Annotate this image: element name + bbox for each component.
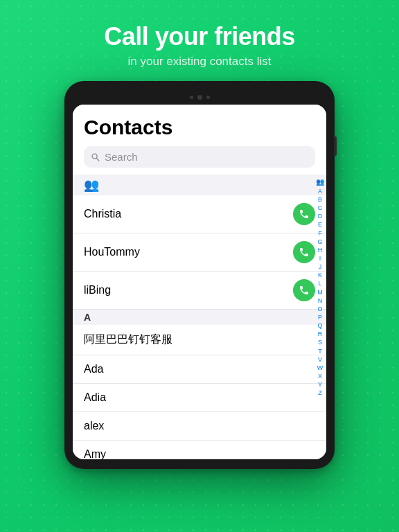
alpha-index-d[interactable]: D — [318, 212, 323, 220]
starred-section-header: 👥 — [73, 175, 326, 195]
alpha-index-w[interactable]: W — [317, 364, 323, 372]
alpha-index-n[interactable]: N — [318, 296, 323, 305]
call-button-christia[interactable] — [293, 203, 315, 225]
alphabet-index[interactable]: 👥 A B C D E F G H I J K L M N — [314, 175, 326, 459]
contact-name: Adia — [84, 391, 315, 404]
alpha-index-k[interactable]: K — [318, 271, 322, 279]
contact-row-libing[interactable]: liBing — [73, 272, 326, 310]
alpha-index-l[interactable]: L — [318, 279, 321, 287]
alpha-index-h[interactable]: H — [318, 246, 323, 254]
search-bar[interactable]: Search — [84, 146, 315, 168]
contact-name: Ada — [84, 363, 315, 375]
tablet-device: Contacts Search 👥 — [64, 81, 335, 469]
contact-name: Christia — [84, 208, 293, 220]
alpha-index-v[interactable]: V — [318, 355, 322, 364]
camera-dot-left — [190, 96, 193, 99]
alpha-index-g[interactable]: G — [317, 238, 322, 246]
alpha-index-f[interactable]: F — [318, 229, 322, 238]
hero-section: Call your friends in your existing conta… — [104, 0, 295, 81]
search-placeholder: Search — [105, 151, 138, 163]
alpha-index-t[interactable]: T — [318, 347, 322, 355]
search-icon — [91, 152, 100, 162]
tablet-camera-bar — [73, 91, 326, 103]
contact-row-houtommy[interactable]: HouTommy — [73, 233, 326, 272]
contact-list-inner: 👥 Christia HouTommy — [73, 175, 326, 459]
alpha-index-r[interactable]: R — [318, 330, 323, 338]
section-a-label: A — [84, 312, 91, 323]
alpha-index-j[interactable]: J — [319, 263, 322, 271]
alpha-index-y[interactable]: Y — [318, 380, 322, 389]
alpha-index-x[interactable]: X — [318, 372, 322, 380]
contact-name: alex — [84, 420, 315, 432]
contact-row-alibaba[interactable]: 阿里巴巴钉钉客服 — [73, 325, 326, 355]
phone-icon — [299, 285, 310, 296]
contact-row-amy[interactable]: Amy — [73, 441, 326, 459]
contacts-title: Contacts — [84, 116, 315, 139]
call-button-libing[interactable] — [293, 279, 315, 301]
contact-name: Amy — [84, 448, 315, 459]
contacts-app: Contacts Search 👥 — [73, 105, 326, 459]
hero-title: Call your friends — [104, 22, 295, 51]
contacts-header: Contacts Search — [73, 105, 326, 175]
alpha-index-starred[interactable]: 👥 — [316, 177, 324, 187]
starred-icon: 👥 — [84, 177, 99, 193]
alpha-index-b[interactable]: B — [318, 195, 322, 204]
alpha-index-o[interactable]: O — [317, 305, 322, 313]
alpha-index-m[interactable]: M — [317, 288, 323, 296]
tablet-screen: Contacts Search 👥 — [73, 105, 326, 459]
contact-row-alex[interactable]: alex — [73, 412, 326, 441]
alpha-index-c[interactable]: C — [318, 204, 323, 212]
alpha-index-i[interactable]: I — [319, 254, 321, 263]
contact-list: 👥 Christia HouTommy — [73, 175, 326, 459]
phone-icon — [299, 247, 310, 258]
phone-icon — [299, 209, 310, 220]
alpha-index-s[interactable]: S — [318, 338, 322, 346]
alpha-index-q[interactable]: Q — [317, 321, 322, 330]
contact-row-christia[interactable]: Christia — [73, 195, 326, 233]
camera-dot-right — [206, 96, 210, 99]
tablet-frame: Contacts Search 👥 — [64, 81, 335, 469]
contact-name: liBing — [84, 284, 293, 296]
contact-name: 阿里巴巴钉钉客服 — [84, 332, 315, 347]
section-a-header: A — [73, 310, 326, 325]
contact-name: HouTommy — [84, 246, 293, 258]
call-button-houtommy[interactable] — [293, 241, 315, 263]
camera-dot-center — [197, 95, 202, 100]
contact-row-adia[interactable]: Adia — [73, 384, 326, 412]
contact-row-ada[interactable]: Ada — [73, 355, 326, 384]
alpha-index-e[interactable]: E — [318, 220, 322, 229]
alpha-index-a[interactable]: A — [318, 187, 322, 195]
alpha-index-z[interactable]: Z — [318, 389, 322, 397]
tablet-side-button — [334, 136, 337, 156]
alpha-index-p[interactable]: P — [318, 313, 322, 321]
hero-subtitle: in your existing contacts list — [104, 55, 295, 69]
